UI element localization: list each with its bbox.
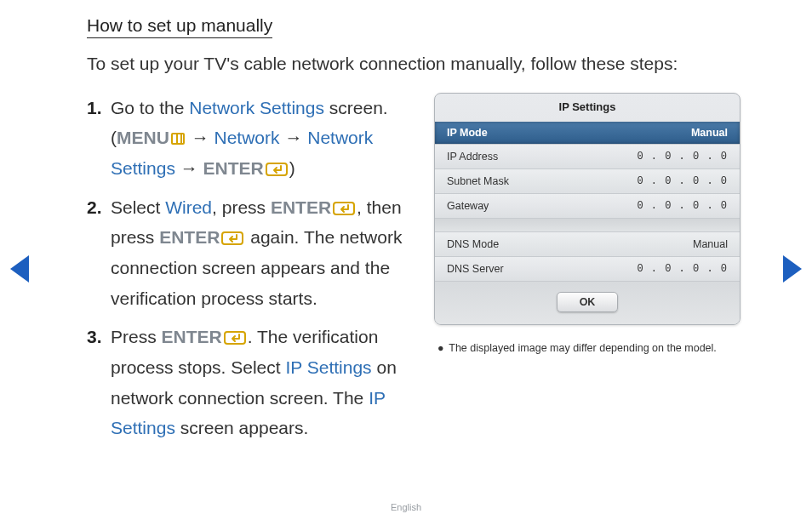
text: , press (212, 197, 271, 217)
row-value: 0 . 0 . 0 . 0 (637, 263, 728, 275)
row-label: IP Address (447, 151, 498, 163)
enter-icon (224, 331, 246, 345)
step-number: 1. (87, 93, 111, 184)
row-value: Manual (691, 127, 728, 139)
text: Select (111, 197, 165, 217)
arrow-icon: → (280, 128, 308, 147)
section-heading: How to set up manually (87, 15, 272, 38)
ip-mode-row[interactable]: IP Mode Manual (435, 122, 740, 144)
gateway-row[interactable]: Gateway 0 . 0 . 0 . 0 (435, 193, 740, 218)
enter-icon (221, 231, 243, 245)
row-label: IP Mode (447, 127, 488, 139)
step-body: Go to the Network Settings screen. (MENU… (111, 93, 410, 184)
row-value: 0 . 0 . 0 . 0 (637, 200, 728, 212)
ip-settings-panel: IP Settings IP Mode Manual IP Address 0 … (434, 93, 741, 325)
panel-footer: OK (435, 281, 740, 324)
enter-label: ENTER (203, 158, 264, 178)
link-network: Network (214, 128, 280, 147)
step-number: 2. (87, 192, 111, 314)
row-label: Subnet Mask (447, 175, 509, 187)
enter-icon (266, 163, 288, 176)
text: Go to the (111, 98, 189, 117)
ip-address-row[interactable]: IP Address 0 . 0 . 0 . 0 (435, 144, 740, 168)
intro-text: To set up your TV's cable network connec… (87, 50, 761, 77)
menu-icon (171, 133, 185, 145)
footer-language: English (0, 502, 812, 512)
prev-page-button[interactable] (10, 255, 29, 283)
dns-mode-row[interactable]: DNS Mode Manual (435, 231, 740, 256)
separator (435, 218, 740, 231)
panel-title: IP Settings (435, 94, 740, 122)
step-1: 1. Go to the Network Settings screen. (M… (87, 93, 410, 184)
link-ip-settings: IP Settings (285, 357, 371, 377)
manual-page: How to set up manually To set up your TV… (0, 0, 812, 531)
disclaimer: ● The displayed image may differ dependi… (434, 340, 741, 357)
dns-server-row[interactable]: DNS Server 0 . 0 . 0 . 0 (435, 256, 740, 281)
link-wired: Wired (165, 197, 212, 217)
arrow-icon: → (186, 128, 214, 147)
arrow-icon: → (175, 158, 203, 178)
step-3: 3. Press ENTER. The verification process… (87, 322, 410, 443)
enter-icon (333, 202, 355, 215)
chevron-right-icon (783, 255, 802, 283)
row-value: 0 . 0 . 0 . 0 (637, 175, 728, 187)
next-page-button[interactable] (783, 255, 802, 283)
enter-label: ENTER (159, 227, 220, 247)
right-column: IP Settings IP Mode Manual IP Address 0 … (434, 93, 741, 453)
row-label: DNS Mode (447, 238, 499, 250)
row-label: Gateway (447, 200, 489, 212)
step-body: Press ENTER. The verification process st… (111, 322, 410, 443)
step-body: Select Wired, press ENTER, then press EN… (111, 192, 410, 314)
text: Press (111, 327, 162, 346)
row-value: Manual (693, 238, 728, 250)
text: ) (289, 158, 295, 178)
bullet-icon: ● (437, 340, 446, 357)
row-value: 0 . 0 . 0 . 0 (637, 151, 728, 163)
row-label: DNS Server (447, 263, 504, 275)
ok-button[interactable]: OK (557, 292, 619, 312)
subnet-mask-row[interactable]: Subnet Mask 0 . 0 . 0 . 0 (435, 168, 740, 193)
link-network-settings: Network Settings (189, 98, 324, 117)
disclaimer-text: The displayed image may differ depending… (449, 342, 717, 354)
enter-label: ENTER (162, 327, 222, 346)
step-number: 3. (87, 322, 111, 443)
menu-label: MENU (117, 128, 169, 147)
content-row: 1. Go to the Network Settings screen. (M… (87, 93, 761, 453)
chevron-left-icon (10, 255, 29, 283)
text: screen appears. (175, 418, 308, 437)
step-2: 2. Select Wired, press ENTER, then press… (87, 192, 410, 314)
enter-label: ENTER (271, 197, 331, 217)
steps-list: 1. Go to the Network Settings screen. (M… (87, 93, 410, 453)
